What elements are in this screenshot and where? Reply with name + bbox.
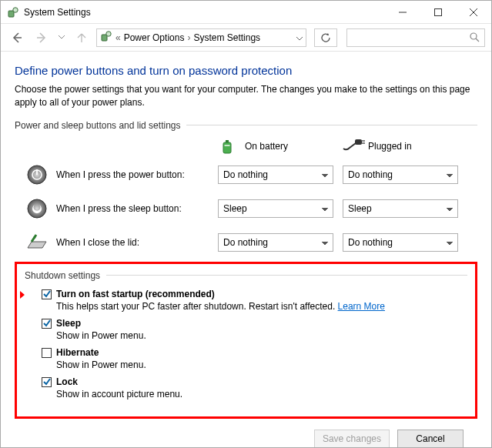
row-lid: When I close the lid: Do nothing Do noth…: [15, 228, 477, 257]
section-power-lid: Power and sleep buttons and lid settings: [15, 120, 477, 131]
chevron-down-icon: [322, 169, 328, 180]
learn-more-link[interactable]: Learn More: [338, 301, 385, 312]
titlebar: System Settings: [1, 1, 491, 24]
fast-startup-checkbox[interactable]: [42, 289, 52, 299]
maximize-button[interactable]: [420, 1, 456, 24]
power-button-plugged-select[interactable]: Do nothing: [343, 165, 458, 184]
plug-icon: [342, 139, 362, 154]
svg-point-1: [13, 7, 18, 12]
history-dropdown[interactable]: [56, 35, 67, 39]
forward-button[interactable]: [32, 28, 52, 48]
lock-checkbox[interactable]: [42, 377, 52, 387]
close-button[interactable]: [456, 1, 491, 24]
breadcrumb-icon: [100, 30, 112, 45]
save-button[interactable]: Save changes: [314, 430, 390, 448]
sleep-label: Sleep: [56, 318, 81, 329]
svg-rect-15: [355, 139, 362, 145]
cancel-button[interactable]: Cancel: [397, 430, 464, 448]
annotation-arrow-icon: [14, 290, 29, 302]
shutdown-highlight: Shutdown settings Turn on fast startup (…: [15, 262, 477, 419]
svg-rect-13: [226, 140, 229, 142]
svg-rect-8: [102, 35, 107, 41]
section-shutdown: Shutdown settings: [25, 270, 467, 281]
power-button-icon: [25, 163, 49, 186]
navbar: « Power Options › System Settings: [1, 24, 491, 52]
row-power-button: When I press the power button: Do nothin…: [15, 160, 477, 189]
column-plugged: Plugged in: [342, 139, 465, 154]
svg-point-21: [28, 199, 46, 218]
chevron-right-icon: ›: [187, 32, 190, 43]
chevron-down-icon: [322, 203, 328, 214]
breadcrumb-item[interactable]: Power Options: [124, 32, 185, 43]
sleep-button-plugged-select[interactable]: Sleep: [343, 199, 458, 218]
lid-battery-select[interactable]: Do nothing: [218, 233, 333, 252]
chevron-down-icon: [447, 237, 453, 248]
chevron-down-icon: [447, 169, 453, 180]
address-expand[interactable]: [296, 32, 303, 43]
minimize-button[interactable]: [385, 1, 420, 24]
battery-icon: [219, 139, 239, 154]
sleep-checkbox[interactable]: [42, 319, 52, 329]
svg-rect-14: [225, 145, 230, 146]
hibernate-label: Hibernate: [56, 347, 99, 358]
search-icon: [470, 32, 480, 42]
address-bar[interactable]: « Power Options › System Settings: [96, 28, 306, 47]
column-battery: On battery: [219, 139, 342, 154]
power-button-battery-select[interactable]: Do nothing: [218, 165, 333, 184]
window-title: System Settings: [24, 7, 91, 18]
breadcrumb-prefix: «: [115, 32, 121, 43]
svg-rect-3: [435, 8, 442, 15]
hibernate-desc: Show in Power menu.: [56, 359, 467, 370]
refresh-button[interactable]: [314, 28, 337, 47]
sleep-desc: Show in Power menu.: [56, 330, 467, 341]
svg-point-10: [470, 33, 477, 39]
hibernate-checkbox[interactable]: [42, 348, 52, 358]
svg-point-9: [106, 32, 111, 36]
search-input[interactable]: [346, 28, 485, 47]
breadcrumb-item[interactable]: System Settings: [193, 32, 260, 43]
back-button[interactable]: [7, 28, 27, 48]
lock-desc: Show in account picture menu.: [56, 389, 467, 400]
sleep-button-battery-select[interactable]: Sleep: [218, 199, 333, 218]
fast-startup-label: Turn on fast startup (recommended): [56, 289, 215, 299]
page-subtitle: Choose the power settings that you want …: [15, 83, 477, 109]
row-sleep-button: When I press the sleep button: Sleep Sle…: [15, 194, 477, 223]
up-button[interactable]: [72, 28, 92, 48]
lid-plugged-select[interactable]: Do nothing: [343, 233, 458, 252]
chevron-down-icon: [322, 237, 328, 248]
svg-rect-0: [8, 11, 14, 17]
lock-label: Lock: [56, 376, 78, 387]
fast-startup-desc: This helps start your PC faster after sh…: [56, 301, 467, 312]
svg-rect-12: [223, 142, 231, 153]
app-icon: [7, 6, 19, 18]
sleep-button-icon: [25, 197, 49, 220]
svg-line-11: [476, 38, 479, 42]
chevron-down-icon: [447, 203, 453, 214]
lid-icon: [25, 231, 49, 254]
page-title: Define power buttons and turn on passwor…: [15, 64, 477, 77]
